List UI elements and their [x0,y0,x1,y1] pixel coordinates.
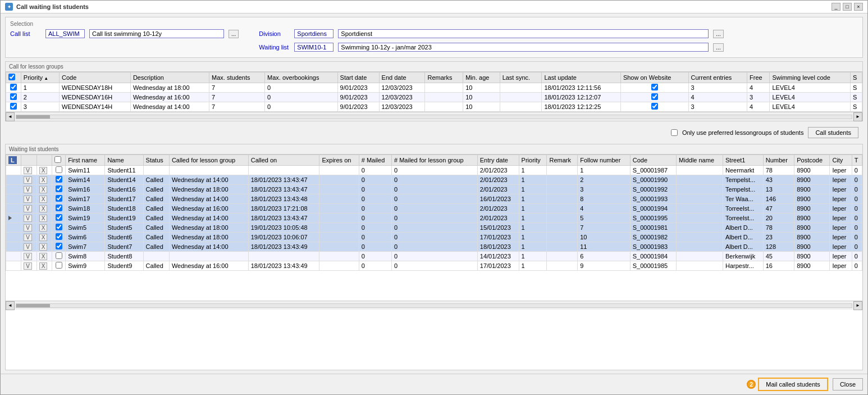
wcol-expires[interactable]: Expires on [319,155,359,166]
waiting-row-check[interactable] [52,214,65,223]
waiting-row-x[interactable]: X [36,166,52,175]
col-check[interactable] [6,72,21,83]
lesson-groups-table-wrapper[interactable]: Priority Code Description Max. students … [6,72,862,112]
group-row-check[interactable] [6,93,21,102]
minimize-button[interactable]: _ [832,3,840,11]
call-list-browse-button[interactable]: ... [229,30,239,38]
col-last-sync[interactable]: Last sync. [500,72,542,83]
wcol-x[interactable] [36,155,52,166]
wcol-entry-date[interactable]: Entry date [477,155,519,166]
close-window-button[interactable]: × [854,3,863,11]
waiting-row-x[interactable]: X [36,194,52,204]
division-text[interactable] [338,29,709,38]
waiting-row-check[interactable] [52,223,65,233]
wcol-status[interactable]: Status [143,155,169,166]
division-code[interactable] [294,29,334,38]
wcol-follow-number[interactable]: Follow number [578,155,631,166]
waiting-table-wrapper[interactable]: L First name Name Status Called for less… [6,155,862,301]
col-code[interactable]: Code [60,72,131,83]
waiting-row-v[interactable]: V [21,223,36,233]
wcol-mailed[interactable]: # Mailed [359,155,391,166]
waiting-row-v[interactable]: V [21,261,36,271]
waiting-row-v[interactable]: V [21,166,36,175]
wcol-firstname[interactable]: First name [66,155,105,166]
waiting-row-x[interactable]: X [36,214,52,223]
waiting-row-x[interactable]: X [36,242,52,252]
maximize-button[interactable]: □ [843,3,852,11]
waiting-row-v[interactable]: V [21,252,36,261]
wcol-called-on[interactable]: Called on [248,155,319,166]
close-button[interactable]: Close [833,378,863,391]
waiting-row-v[interactable]: V [21,242,36,252]
group-row-show-website[interactable] [620,93,688,102]
wcol-number[interactable]: Number [763,155,794,166]
waiting-row-check[interactable] [52,242,65,252]
select-all-groups[interactable] [8,74,15,80]
waiting-row-v[interactable]: V [21,194,36,204]
wcol-v[interactable] [21,155,36,166]
waiting-list-browse-button[interactable]: ... [713,43,723,52]
wcol-chk[interactable] [52,155,65,166]
waiting-row-check[interactable] [52,204,65,214]
col-s[interactable]: S [850,72,862,83]
group-row-check[interactable] [6,102,21,112]
wcol-mailed-group[interactable]: # Mailed for lesson group [392,155,478,166]
col-max-students[interactable]: Max. students [209,72,265,83]
col-description[interactable]: Description [130,72,209,83]
waiting-row-check[interactable] [52,166,65,175]
wcol-code[interactable]: Code [630,155,676,166]
waiting-row-check[interactable] [52,252,65,261]
waiting-scroll-right[interactable]: ► [853,301,862,310]
col-current-entries[interactable]: Current entries [688,72,747,83]
waiting-row-check[interactable] [52,185,65,194]
waiting-row-v[interactable]: V [21,185,36,194]
mail-called-students-button[interactable]: Mail called students [758,378,828,391]
select-all-waiting[interactable] [54,156,61,163]
call-list-text[interactable] [89,29,224,38]
col-swim-level[interactable]: Swimming level code [770,72,851,83]
waiting-row-v[interactable]: V [21,175,36,185]
col-end-date[interactable]: End date [379,72,425,83]
waiting-row-v[interactable]: V [21,233,36,242]
preferred-checkbox[interactable] [671,129,678,136]
waiting-row-x[interactable]: X [36,204,52,214]
waiting-row-v[interactable]: V [21,214,36,223]
waiting-row-check[interactable] [52,175,65,185]
waiting-scroll-track[interactable] [16,303,852,308]
waiting-row-check[interactable] [52,261,65,271]
waiting-row-x[interactable]: X [36,252,52,261]
wcol-street1[interactable]: Street1 [723,155,764,166]
group-row-show-website[interactable] [620,102,688,112]
waiting-list-text[interactable] [338,43,709,52]
wcol-postcode[interactable]: Postcode [794,155,830,166]
waiting-row-x[interactable]: X [36,223,52,233]
waiting-row-x[interactable]: X [36,185,52,194]
group-row-show-website[interactable] [620,83,688,93]
wcol-priority[interactable]: Priority [519,155,547,166]
group-row-check[interactable] [6,83,21,93]
wcol-name[interactable]: Name [105,155,143,166]
call-list-code[interactable] [45,29,85,38]
call-students-button[interactable]: Call students [808,127,858,138]
groups-scroll-right[interactable]: ► [853,112,862,121]
wcol-t[interactable]: T [852,155,862,166]
wcol-city[interactable]: City [830,155,852,166]
col-last-update[interactable]: Last update [542,72,620,83]
col-max-overbookings[interactable]: Max. overbookings [265,72,337,83]
waiting-row-x[interactable]: X [36,233,52,242]
waiting-list-code[interactable] [294,43,334,52]
waiting-scroll-left[interactable]: ◄ [6,301,15,310]
wcol-remark[interactable]: Remark [547,155,578,166]
groups-scroll-track[interactable] [16,115,852,119]
division-browse-button[interactable]: ... [713,30,723,38]
col-start-date[interactable]: Start date [337,72,379,83]
col-free[interactable]: Free [747,72,770,83]
wcol-called-for[interactable]: Called for lesson group [169,155,248,166]
waiting-row-x[interactable]: X [36,175,52,185]
waiting-row-x[interactable]: X [36,261,52,271]
col-remarks[interactable]: Remarks [425,72,463,83]
col-priority[interactable]: Priority [21,72,59,83]
waiting-row-check[interactable] [52,194,65,204]
wcol-l[interactable]: L [6,155,21,166]
col-min-age[interactable]: Min. age [463,72,500,83]
